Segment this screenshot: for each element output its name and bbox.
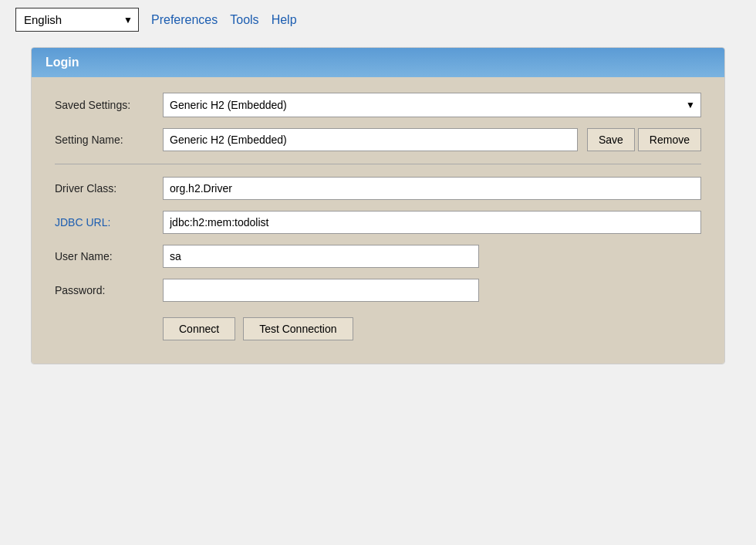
saved-settings-select-wrapper[interactable]: Generic H2 (Embedded) Generic H2 (Server… — [163, 93, 701, 117]
user-name-input[interactable] — [163, 245, 479, 268]
setting-name-label: Setting Name: — [55, 134, 163, 146]
login-title: Login — [46, 56, 79, 69]
language-select[interactable]: English German French Spanish — [15, 8, 139, 32]
password-row: Password: — [55, 279, 701, 302]
password-input[interactable] — [163, 279, 479, 302]
language-selector-wrapper[interactable]: English German French Spanish — [15, 8, 139, 32]
menu-bar: English German French Spanish Preference… — [0, 0, 756, 39]
jdbc-url-label: JDBC URL: — [55, 216, 163, 228]
driver-class-row: Driver Class: — [55, 177, 701, 200]
user-name-label: User Name: — [55, 250, 163, 262]
button-row: Connect Test Connection — [55, 317, 701, 340]
password-label: Password: — [55, 284, 163, 296]
setting-name-input[interactable] — [163, 128, 578, 151]
tools-link[interactable]: Tools — [230, 13, 258, 27]
connect-button[interactable]: Connect — [163, 317, 235, 340]
driver-class-label: Driver Class: — [55, 182, 163, 195]
main-content: Login Saved Settings: Generic H2 (Embedd… — [0, 39, 756, 372]
setting-name-row: Setting Name: Save Remove — [55, 128, 701, 151]
driver-class-input[interactable] — [163, 177, 701, 200]
remove-button[interactable]: Remove — [638, 128, 701, 151]
saved-settings-row: Saved Settings: Generic H2 (Embedded) Ge… — [55, 93, 701, 117]
jdbc-url-row: JDBC URL: — [55, 211, 701, 234]
jdbc-url-input[interactable] — [163, 211, 701, 234]
test-connection-button[interactable]: Test Connection — [243, 317, 353, 340]
login-header: Login — [32, 48, 724, 77]
user-name-row: User Name: — [55, 245, 701, 268]
login-panel: Login Saved Settings: Generic H2 (Embedd… — [31, 47, 725, 364]
save-button[interactable]: Save — [587, 128, 635, 151]
help-link[interactable]: Help — [272, 13, 297, 27]
login-body: Saved Settings: Generic H2 (Embedded) Ge… — [32, 77, 724, 364]
divider — [55, 164, 701, 164]
saved-settings-select[interactable]: Generic H2 (Embedded) Generic H2 (Server… — [163, 93, 701, 117]
saved-settings-label: Saved Settings: — [55, 99, 163, 111]
preferences-link[interactable]: Preferences — [151, 13, 218, 27]
